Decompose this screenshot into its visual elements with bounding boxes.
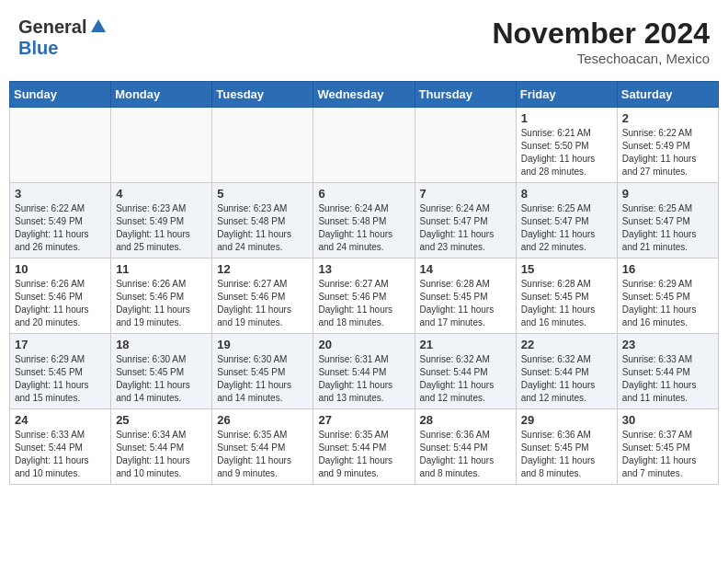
day-cell-20: 20Sunrise: 6:31 AM Sunset: 5:44 PM Dayli… xyxy=(313,334,415,409)
col-monday: Monday xyxy=(111,82,212,108)
day-number: 14 xyxy=(420,262,511,276)
day-cell-15: 15Sunrise: 6:28 AM Sunset: 5:45 PM Dayli… xyxy=(516,259,617,334)
title-section: November 2024 Tesechoacan, Mexico xyxy=(492,17,710,66)
day-number: 5 xyxy=(217,187,308,201)
col-thursday: Thursday xyxy=(415,82,516,108)
day-cell-27: 27Sunrise: 6:35 AM Sunset: 5:44 PM Dayli… xyxy=(313,409,415,485)
svg-marker-0 xyxy=(91,19,106,32)
day-info: Sunrise: 6:25 AM Sunset: 5:47 PM Dayligh… xyxy=(521,202,612,254)
day-cell-24: 24Sunrise: 6:33 AM Sunset: 5:44 PM Dayli… xyxy=(10,409,111,485)
day-number: 11 xyxy=(116,262,207,276)
day-cell-6: 6Sunrise: 6:24 AM Sunset: 5:48 PM Daylig… xyxy=(313,183,415,259)
day-number: 10 xyxy=(15,262,106,276)
empty-cell xyxy=(415,108,516,183)
day-cell-22: 22Sunrise: 6:32 AM Sunset: 5:44 PM Dayli… xyxy=(516,334,617,409)
day-number: 29 xyxy=(521,413,612,427)
day-info: Sunrise: 6:37 AM Sunset: 5:45 PM Dayligh… xyxy=(622,429,713,480)
day-cell-1: 1Sunrise: 6:21 AM Sunset: 5:50 PM Daylig… xyxy=(516,108,617,183)
logo: General Blue xyxy=(18,17,107,59)
day-cell-5: 5Sunrise: 6:23 AM Sunset: 5:48 PM Daylig… xyxy=(212,183,313,259)
day-info: Sunrise: 6:26 AM Sunset: 5:46 PM Dayligh… xyxy=(116,278,207,329)
day-number: 4 xyxy=(116,187,207,201)
calendar-week-1: 1Sunrise: 6:21 AM Sunset: 5:50 PM Daylig… xyxy=(10,108,719,183)
day-info: Sunrise: 6:30 AM Sunset: 5:45 PM Dayligh… xyxy=(116,353,207,405)
day-cell-26: 26Sunrise: 6:35 AM Sunset: 5:44 PM Dayli… xyxy=(212,409,313,485)
day-cell-23: 23Sunrise: 6:33 AM Sunset: 5:44 PM Dayli… xyxy=(617,334,718,409)
day-cell-11: 11Sunrise: 6:26 AM Sunset: 5:46 PM Dayli… xyxy=(111,259,212,334)
day-number: 16 xyxy=(622,262,713,276)
day-number: 26 xyxy=(217,413,308,427)
day-info: Sunrise: 6:26 AM Sunset: 5:46 PM Dayligh… xyxy=(15,278,106,329)
day-info: Sunrise: 6:28 AM Sunset: 5:45 PM Dayligh… xyxy=(521,278,612,329)
day-info: Sunrise: 6:24 AM Sunset: 5:48 PM Dayligh… xyxy=(318,202,409,254)
col-sunday: Sunday xyxy=(10,82,111,108)
day-info: Sunrise: 6:21 AM Sunset: 5:50 PM Dayligh… xyxy=(521,127,612,178)
day-number: 12 xyxy=(217,262,308,276)
day-info: Sunrise: 6:29 AM Sunset: 5:45 PM Dayligh… xyxy=(15,353,106,405)
col-tuesday: Tuesday xyxy=(212,82,313,108)
day-info: Sunrise: 6:31 AM Sunset: 5:44 PM Dayligh… xyxy=(318,353,409,405)
day-number: 20 xyxy=(318,338,409,351)
day-number: 3 xyxy=(15,187,106,201)
day-cell-8: 8Sunrise: 6:25 AM Sunset: 5:47 PM Daylig… xyxy=(516,183,617,259)
day-info: Sunrise: 6:30 AM Sunset: 5:45 PM Dayligh… xyxy=(217,353,308,405)
empty-cell xyxy=(111,108,212,183)
day-number: 22 xyxy=(521,338,612,351)
day-cell-25: 25Sunrise: 6:34 AM Sunset: 5:44 PM Dayli… xyxy=(111,409,212,485)
day-number: 30 xyxy=(622,413,713,427)
day-cell-10: 10Sunrise: 6:26 AM Sunset: 5:46 PM Dayli… xyxy=(10,259,111,334)
day-cell-4: 4Sunrise: 6:23 AM Sunset: 5:49 PM Daylig… xyxy=(111,183,212,259)
day-info: Sunrise: 6:34 AM Sunset: 5:44 PM Dayligh… xyxy=(116,429,207,480)
day-number: 25 xyxy=(116,413,207,427)
day-cell-18: 18Sunrise: 6:30 AM Sunset: 5:45 PM Dayli… xyxy=(111,334,212,409)
logo-blue-text: Blue xyxy=(18,38,58,58)
day-cell-30: 30Sunrise: 6:37 AM Sunset: 5:45 PM Dayli… xyxy=(617,409,718,485)
day-cell-13: 13Sunrise: 6:27 AM Sunset: 5:46 PM Dayli… xyxy=(313,259,415,334)
day-info: Sunrise: 6:36 AM Sunset: 5:45 PM Dayligh… xyxy=(521,429,612,480)
day-cell-21: 21Sunrise: 6:32 AM Sunset: 5:44 PM Dayli… xyxy=(415,334,516,409)
calendar-table: Sunday Monday Tuesday Wednesday Thursday… xyxy=(9,81,719,485)
col-saturday: Saturday xyxy=(617,82,718,108)
day-number: 23 xyxy=(622,338,713,351)
logo-general-text: General xyxy=(18,17,86,38)
day-number: 24 xyxy=(15,413,106,427)
day-info: Sunrise: 6:35 AM Sunset: 5:44 PM Dayligh… xyxy=(217,429,308,480)
day-info: Sunrise: 6:32 AM Sunset: 5:44 PM Dayligh… xyxy=(420,353,511,405)
day-cell-3: 3Sunrise: 6:22 AM Sunset: 5:49 PM Daylig… xyxy=(10,183,111,259)
day-cell-16: 16Sunrise: 6:29 AM Sunset: 5:45 PM Dayli… xyxy=(617,259,718,334)
day-number: 18 xyxy=(116,338,207,351)
day-number: 17 xyxy=(15,338,106,351)
day-number: 13 xyxy=(318,262,409,276)
day-info: Sunrise: 6:35 AM Sunset: 5:44 PM Dayligh… xyxy=(318,429,409,480)
day-number: 19 xyxy=(217,338,308,351)
col-wednesday: Wednesday xyxy=(313,82,415,108)
day-number: 7 xyxy=(420,187,511,201)
day-number: 8 xyxy=(521,187,612,201)
calendar-week-2: 3Sunrise: 6:22 AM Sunset: 5:49 PM Daylig… xyxy=(10,183,719,259)
empty-cell xyxy=(212,108,313,183)
calendar-header-row: Sunday Monday Tuesday Wednesday Thursday… xyxy=(10,82,719,108)
day-cell-14: 14Sunrise: 6:28 AM Sunset: 5:45 PM Dayli… xyxy=(415,259,516,334)
day-info: Sunrise: 6:33 AM Sunset: 5:44 PM Dayligh… xyxy=(15,429,106,480)
day-info: Sunrise: 6:22 AM Sunset: 5:49 PM Dayligh… xyxy=(15,202,106,254)
day-number: 28 xyxy=(420,413,511,427)
day-info: Sunrise: 6:23 AM Sunset: 5:49 PM Dayligh… xyxy=(116,202,207,254)
logo-triangle-icon xyxy=(90,17,107,38)
location-subtitle: Tesechoacan, Mexico xyxy=(492,51,710,66)
day-info: Sunrise: 6:22 AM Sunset: 5:49 PM Dayligh… xyxy=(622,127,713,178)
day-info: Sunrise: 6:33 AM Sunset: 5:44 PM Dayligh… xyxy=(622,353,713,405)
calendar-week-4: 17Sunrise: 6:29 AM Sunset: 5:45 PM Dayli… xyxy=(10,334,719,409)
day-info: Sunrise: 6:36 AM Sunset: 5:44 PM Dayligh… xyxy=(420,429,511,480)
day-cell-28: 28Sunrise: 6:36 AM Sunset: 5:44 PM Dayli… xyxy=(415,409,516,485)
empty-cell xyxy=(10,108,111,183)
page-header: General Blue November 2024 Tesechoacan, … xyxy=(9,9,719,74)
day-cell-2: 2Sunrise: 6:22 AM Sunset: 5:49 PM Daylig… xyxy=(617,108,718,183)
day-cell-19: 19Sunrise: 6:30 AM Sunset: 5:45 PM Dayli… xyxy=(212,334,313,409)
day-cell-7: 7Sunrise: 6:24 AM Sunset: 5:47 PM Daylig… xyxy=(415,183,516,259)
day-number: 9 xyxy=(622,187,713,201)
day-info: Sunrise: 6:23 AM Sunset: 5:48 PM Dayligh… xyxy=(217,202,308,254)
day-info: Sunrise: 6:27 AM Sunset: 5:46 PM Dayligh… xyxy=(318,278,409,329)
day-cell-12: 12Sunrise: 6:27 AM Sunset: 5:46 PM Dayli… xyxy=(212,259,313,334)
empty-cell xyxy=(313,108,415,183)
month-title: November 2024 xyxy=(492,17,710,51)
